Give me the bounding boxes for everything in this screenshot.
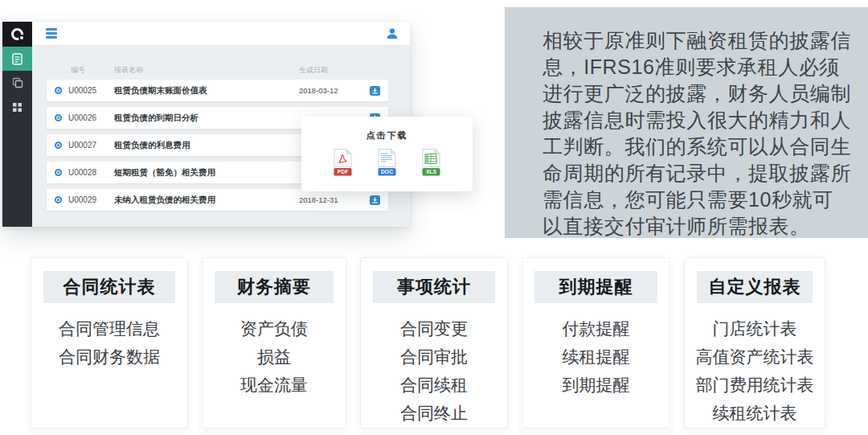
download-popup: 点击下载 PDF DOC	[301, 117, 473, 191]
row-name: 未纳入租赁负债的相关费用	[114, 195, 299, 206]
pdf-label: PDF	[338, 169, 349, 174]
card-item: 续租统计表	[685, 399, 825, 427]
card-item-list: 合同变更 合同审批 合同续租 合同终止	[361, 314, 507, 427]
card-item: 合同变更	[361, 314, 507, 343]
download-button-icon[interactable]	[370, 195, 380, 205]
copy-icon	[12, 77, 23, 88]
xls-file-icon[interactable]: XLS	[420, 149, 442, 176]
row-name: 租赁负债期末账面价值表	[114, 85, 299, 96]
row-id: U00027	[68, 141, 114, 150]
row-id: U00028	[68, 168, 114, 177]
record-dot-icon	[55, 196, 62, 203]
card-contract-stats: 合同统计表 合同管理信息 合同财务数据	[31, 257, 188, 429]
row-id: U00025	[68, 86, 114, 95]
grid-icon	[13, 103, 22, 112]
record-dot-icon	[55, 114, 62, 121]
card-title: 事项统计	[373, 271, 495, 303]
row-name: 短期租赁（豁免）相关费用	[114, 167, 299, 179]
row-id: U00029	[68, 195, 114, 204]
card-item: 合同续租	[361, 371, 507, 399]
card-title: 自定义报表	[697, 271, 813, 303]
card-item: 合同财务数据	[31, 343, 187, 371]
card-item: 部门费用统计表	[685, 371, 825, 399]
card-item: 合同审批	[361, 343, 507, 371]
card-item: 门店统计表	[685, 314, 825, 343]
card-item: 续租提醒	[522, 343, 669, 371]
table-row[interactable]: U00029 未纳入租赁负债的相关费用 2018-12-31	[47, 189, 388, 211]
card-title: 财务摘要	[215, 271, 334, 303]
xls-label: XLS	[426, 169, 437, 174]
record-dot-icon	[55, 169, 62, 176]
card-expiry-reminder: 到期提醒 付款提醒 续租提醒 到期提醒	[522, 257, 670, 429]
doc-label: DOC	[381, 169, 393, 174]
card-finance-summary: 财务摘要 资产负债 损益 现金流量	[202, 257, 346, 429]
card-item: 高值资产统计表	[685, 343, 825, 371]
row-id: U00026	[68, 113, 114, 122]
card-item-list: 合同管理信息 合同财务数据	[31, 314, 187, 371]
card-item: 现金流量	[203, 371, 346, 399]
hamburger-bar	[46, 36, 57, 39]
download-button-icon[interactable]	[370, 86, 380, 96]
sidebar-item-apps[interactable]	[2, 95, 32, 119]
card-title: 合同统计表	[43, 271, 175, 303]
card-item-list: 付款提醒 续租提醒 到期提醒	[522, 314, 669, 399]
card-item: 合同管理信息	[31, 314, 187, 343]
hamburger-bar	[46, 32, 57, 35]
row-date: 2018-03-12	[299, 86, 370, 95]
col-header-name: 报表名称	[114, 65, 299, 80]
report-icon	[12, 53, 23, 65]
record-dot-icon	[55, 87, 62, 94]
pdf-file-icon[interactable]: PDF	[332, 149, 354, 176]
col-header-id: 编号	[71, 65, 114, 80]
logo-block	[2, 22, 32, 47]
menu-button[interactable]	[46, 28, 57, 39]
card-item: 损益	[203, 343, 346, 371]
sidebar-item-reports[interactable]	[2, 47, 32, 71]
logo-icon	[11, 28, 23, 40]
card-item-list: 资产负债 损益 现金流量	[203, 314, 346, 399]
page: 编号 报表名称 生成日期 U00025 租赁负债期末账面价值表 2018-03-…	[0, 0, 868, 435]
card-item: 合同终止	[361, 399, 507, 427]
col-header-date: 生成日期	[299, 65, 388, 80]
row-date: 2018-12-31	[299, 195, 370, 204]
download-popup-title: 点击下载	[301, 129, 473, 142]
topbar	[32, 22, 410, 46]
record-dot-icon	[55, 142, 62, 149]
row-name: 租赁负债的利息费用	[114, 140, 299, 151]
table-header: 编号 报表名称 生成日期	[47, 65, 388, 80]
download-options: PDF DOC	[301, 149, 473, 176]
info-box: 相较于原准则下融资租赁的披露信息，IFRS16准则要求承租人必须进行更广泛的披露…	[505, 7, 868, 238]
doc-file-icon[interactable]: DOC	[376, 149, 398, 176]
table-row[interactable]: U00025 租赁负债期末账面价值表 2018-03-12	[47, 80, 388, 101]
card-item: 到期提醒	[522, 371, 669, 399]
row-name: 租赁负债的到期日分析	[114, 113, 299, 124]
card-item: 资产负债	[203, 314, 346, 343]
sidebar	[2, 22, 32, 227]
info-text: 相较于原准则下融资租赁的披露信息，IFRS16准则要求承租人必须进行更广泛的披露…	[542, 27, 854, 240]
logo-dot	[20, 36, 23, 39]
card-item-list: 门店统计表 高值资产统计表 部门费用统计表 续租统计表	[685, 314, 825, 427]
user-icon[interactable]	[387, 28, 398, 39]
sidebar-item-copies[interactable]	[2, 71, 32, 95]
feature-cards: 合同统计表 合同管理信息 合同财务数据 财务摘要 资产负债 损益 现金流量 事项…	[31, 257, 825, 429]
card-custom-reports: 自定义报表 门店统计表 高值资产统计表 部门费用统计表 续租统计表	[684, 257, 825, 429]
card-title: 到期提醒	[534, 271, 657, 303]
hamburger-icon	[46, 28, 57, 31]
card-event-stats: 事项统计 合同变更 合同审批 合同续租 合同终止	[360, 257, 508, 429]
card-item: 付款提醒	[522, 314, 669, 343]
